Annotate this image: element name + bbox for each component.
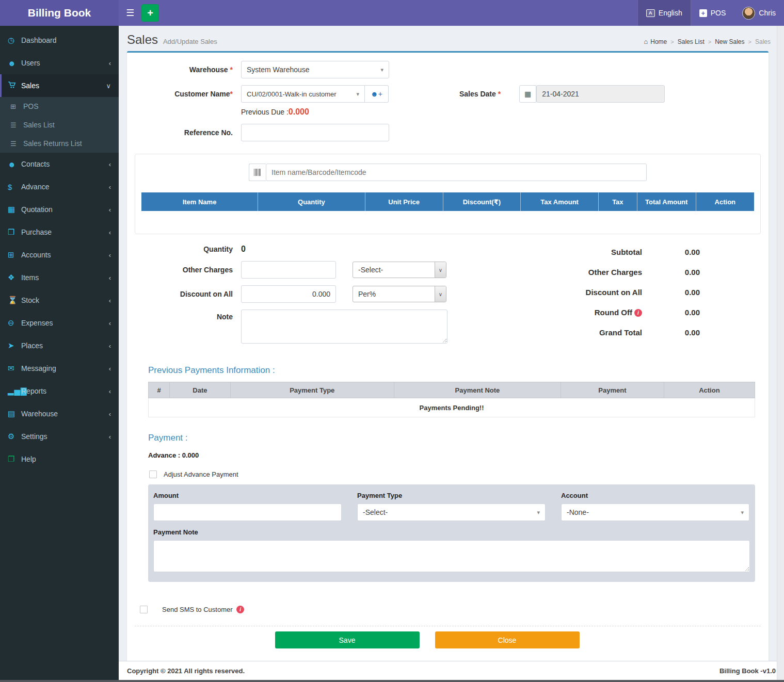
discount-on-all-input[interactable]	[241, 285, 336, 303]
list-icon: ☰	[10, 140, 23, 148]
round-off-value: 0.00	[642, 308, 700, 317]
note-textarea[interactable]	[241, 310, 447, 344]
language-icon: A	[646, 9, 655, 17]
chevron-down-icon: ∨	[106, 82, 111, 90]
cart-icon	[8, 81, 21, 90]
send-sms-checkbox[interactable]	[140, 606, 148, 613]
sidebar-item-contacts[interactable]: ☻ Contacts ‹	[0, 153, 119, 175]
sidebar-toggle-icon[interactable]: ☰	[119, 0, 141, 26]
items-card: Item Name Quantity Unit Price Discount(₹…	[135, 154, 761, 234]
add-customer-button[interactable]: ☻+	[365, 85, 389, 103]
previous-due-label: Previous Due :	[241, 108, 289, 116]
sidebar-item-warehouse[interactable]: ▤ Warehouse ‹	[0, 402, 119, 425]
chevron-left-icon: ‹	[109, 433, 111, 441]
discount-type-value: Per%	[358, 290, 376, 298]
account-select[interactable]: -None- ▾	[561, 504, 749, 521]
item-search-input[interactable]	[266, 164, 647, 181]
sidebar-item-pos[interactable]: ⊞ POS	[0, 97, 119, 116]
items-col-tax-amount: Tax Amount	[521, 192, 599, 211]
reference-input[interactable]	[241, 124, 389, 141]
pp-col-action: Action	[664, 382, 755, 398]
sidebar-item-help[interactable]: ❐ Help	[0, 448, 119, 470]
sidebar-item-settings[interactable]: ⚙ Settings ‹	[0, 425, 119, 448]
pp-col-payment: Payment	[561, 382, 664, 398]
advance-label: Advance :	[148, 451, 180, 459]
sidebar-item-quotation[interactable]: ▦ Quotation ‹	[0, 198, 119, 221]
user-menu[interactable]: Chris	[734, 0, 784, 26]
required-marker: *	[230, 66, 233, 74]
breadcrumb-current: Sales	[755, 38, 771, 45]
other-charges-select[interactable]: -Select- ∨	[353, 262, 446, 278]
sidebar-item-places[interactable]: ➤ Places ‹	[0, 334, 119, 357]
user-plus-icon: ☻+	[371, 90, 382, 98]
payment-type-select[interactable]: -Select- ▾	[357, 504, 546, 521]
sidebar-item-dashboard[interactable]: ◷ Dashboard	[0, 29, 119, 52]
chevron-left-icon: ‹	[109, 160, 111, 168]
breadcrumb-sales-list[interactable]: Sales List	[678, 38, 705, 45]
adjust-advance-checkbox[interactable]	[149, 470, 157, 478]
dashboard-icon: ◷	[8, 36, 21, 45]
sidebar-item-reports[interactable]: ▂▅▇ Reports ‹	[0, 380, 119, 402]
sidebar-item-label: Places	[21, 342, 43, 350]
sidebar-item-label: Sales	[21, 82, 39, 90]
sidebar-item-accounts[interactable]: ⊞ Accounts ‹	[0, 243, 119, 266]
breadcrumb-separator: >	[670, 39, 674, 45]
sales-submenu: ⊞ POS ☰ Sales List ☰ Sales Returns List	[0, 97, 119, 153]
select-arrow-icon: ∨	[435, 262, 446, 278]
sidebar-item-sales[interactable]: Sales ∨	[0, 74, 119, 97]
total-discount-value: 0.00	[642, 288, 700, 297]
quantity-label: Quantity	[135, 245, 233, 253]
chevron-left-icon: ‹	[109, 274, 111, 282]
account-value: -None-	[567, 508, 589, 516]
close-button[interactable]: Close	[435, 631, 580, 648]
customer-select[interactable]: CU/02/0001-Walk-in customer ▾	[241, 85, 365, 103]
previous-payments-heading: Previous Payments Information :	[148, 365, 761, 376]
sidebar: ◷ Dashboard ☻ Users ‹ Sales ∨ ⊞ POS ☰ Sa…	[0, 26, 119, 682]
sidebar-item-advance[interactable]: $ Advance ‹	[0, 175, 119, 198]
chevron-left-icon: ‹	[109, 229, 111, 236]
sidebar-item-sales-list[interactable]: ☰ Sales List	[0, 116, 119, 134]
breadcrumb-home[interactable]: Home	[650, 38, 667, 45]
user-plus-icon: ☻	[8, 59, 21, 68]
language-menu[interactable]: A English	[637, 0, 691, 26]
pos-plus-icon: +	[699, 9, 707, 17]
other-charges-input[interactable]	[241, 261, 336, 279]
caret-down-icon: ▾	[356, 91, 359, 98]
sidebar-item-stock[interactable]: ⌛ Stock ‹	[0, 289, 119, 312]
user-avatar	[742, 7, 755, 20]
totals-summary: Subtotal0.00 Other Charges0.00 Discount …	[539, 245, 761, 352]
info-icon[interactable]: i	[236, 606, 244, 613]
sidebar-item-label: Dashboard	[21, 36, 57, 44]
discount-type-select[interactable]: Per% ∨	[353, 286, 446, 302]
payment-note-label: Payment Note	[153, 528, 750, 536]
sidebar-item-expenses[interactable]: ⊖ Expenses ‹	[0, 312, 119, 334]
chevron-left-icon: ‹	[109, 59, 111, 67]
sidebar-item-users[interactable]: ☻ Users ‹	[0, 52, 119, 74]
warehouse-select[interactable]: System Warehouse ▾	[241, 61, 389, 78]
info-icon[interactable]: i	[634, 309, 642, 317]
gear-icon: ⚙	[8, 432, 21, 441]
sidebar-item-messaging[interactable]: ✉ Messaging ‹	[0, 357, 119, 380]
breadcrumb-new-sales[interactable]: New Sales	[715, 38, 744, 45]
caret-down-icon: ▾	[380, 67, 383, 73]
other-charges-label: Other Charges	[135, 266, 233, 274]
save-button[interactable]: Save	[275, 631, 420, 648]
amount-label: Amount	[153, 492, 342, 499]
quick-add-button[interactable]: +	[141, 4, 159, 22]
advance-value: 0.000	[182, 451, 199, 459]
sidebar-item-purchase[interactable]: ❒ Purchase ‹	[0, 221, 119, 243]
items-col-total: Total Amount	[637, 192, 696, 211]
amount-input[interactable]	[153, 504, 342, 521]
footer: Copyright © 2021 All rights reserved. Bi…	[119, 661, 784, 680]
sales-date-input[interactable]	[536, 85, 665, 103]
scrollbar[interactable]	[777, 26, 784, 680]
pos-menu[interactable]: + POS	[691, 0, 734, 26]
app-logo[interactable]: Billing Book	[0, 0, 119, 26]
sidebar-item-label: Settings	[21, 432, 47, 441]
window-edge	[0, 680, 784, 682]
payment-note-textarea[interactable]	[153, 540, 750, 572]
breadcrumb: ⌂ Home > Sales List > New Sales > Sales	[644, 38, 771, 45]
sidebar-item-sales-returns-list[interactable]: ☰ Sales Returns List	[0, 134, 119, 153]
cube-icon: ❒	[8, 228, 21, 237]
sidebar-item-items[interactable]: ❖ Items ‹	[0, 266, 119, 289]
